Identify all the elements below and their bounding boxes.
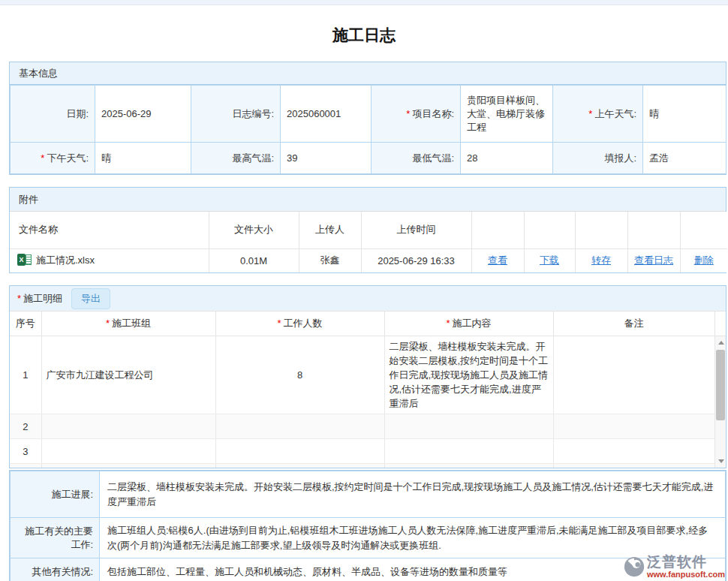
basic-info-section: 基本信息 日期: 2025-06-29 日志编号: 2025060001 *项目…: [9, 62, 726, 175]
workers-cell: [215, 439, 384, 464]
project-name-label: *项目名称:: [372, 86, 461, 143]
detail-row: 1 广安市九江建设工程公司 8 二层梁板、墙柱模板安装未完成。开始安装二层模板,…: [10, 336, 714, 414]
upload-time-cell: 2025-06-29 16:33: [361, 248, 471, 272]
scrollbar-thumb[interactable]: [716, 350, 725, 420]
content-cell: [384, 414, 553, 439]
max-temp-value: 39: [281, 143, 372, 174]
file-name-cell: X施工情况.xlsx: [10, 248, 209, 272]
afternoon-weather-label: *下午天气:: [11, 143, 95, 174]
workers-cell: [215, 414, 384, 439]
delete-link[interactable]: 删除: [694, 254, 714, 266]
min-temp-label: 最低气温:: [372, 143, 461, 174]
scrollbar-down-icon[interactable]: [718, 459, 724, 463]
workers-cell: [215, 464, 384, 468]
detail-row: 3: [10, 439, 714, 464]
top-strip: [0, 0, 728, 5]
detail-section: *施工明细 导出 序号 *施工班组 *工作人数 *施工内容 备注: [9, 285, 726, 468]
transfer-link[interactable]: 转存: [591, 254, 611, 266]
team-cell: 广安市九江建设工程公司: [41, 336, 215, 414]
morning-weather-value: 晴: [643, 86, 726, 143]
col-uploader: 上传人: [299, 212, 361, 248]
progress-value: 二层梁板、墙柱模板安装未完成。开始安装二层模板,按约定时间是十个工作日完成,现按…: [100, 471, 726, 518]
other-info-label: 其他有关情况:: [11, 558, 100, 581]
date-value: 2025-06-29: [95, 86, 191, 143]
morning-weather-label: *上午天气:: [553, 86, 643, 143]
view-log-link[interactable]: 查看日志: [634, 254, 673, 266]
fanpu-logo-icon: [623, 555, 645, 578]
remark-cell: [553, 336, 714, 414]
team-cell: [41, 464, 215, 468]
col-action-1: [471, 212, 524, 248]
scrollbar-up-icon[interactable]: [718, 341, 724, 345]
afternoon-weather-value: 晴: [95, 143, 191, 174]
main-work-value: 施工班组人员:铝模6人.(由进场到目前为止,铝模班组木工班进场施工人员人数无法保…: [100, 518, 726, 558]
main-work-label: 施工有关的主要工作:: [11, 518, 100, 558]
row-number-cell: 4: [10, 464, 41, 468]
col-action-5: [680, 212, 727, 248]
progress-label: 施工进展:: [11, 471, 100, 518]
col-row-number: 序号: [10, 312, 41, 336]
basic-info-section-header: 基本信息: [10, 62, 726, 85]
row-number-cell: 2: [10, 414, 41, 439]
brand-watermark: 泛普软件 www.fanpusoft.com: [623, 555, 725, 579]
team-cell: [41, 439, 215, 464]
log-number-label: 日志编号:: [191, 86, 281, 143]
required-marker: *: [41, 152, 44, 164]
content-cell: [384, 439, 553, 464]
remark-cell: [553, 439, 714, 464]
log-number-value: 2025060001: [281, 86, 372, 143]
basic-info-table: 日期: 2025-06-29 日志编号: 2025060001 *项目名称: 贵…: [10, 85, 726, 174]
detail-header-table: 序号 *施工班组 *工作人数 *施工内容 备注: [10, 311, 726, 336]
required-marker: *: [446, 318, 450, 329]
col-file-size: 文件大小: [209, 212, 299, 248]
detail-body: 1 广安市九江建设工程公司 8 二层梁板、墙柱模板安装未完成。开始安装二层模板,…: [10, 336, 726, 468]
vertical-scrollbar[interactable]: [714, 336, 726, 468]
reporter-value: 孟浩: [643, 143, 726, 174]
detail-section-title: *施工明细: [17, 292, 62, 306]
row-number-cell: 1: [10, 336, 41, 414]
col-scroll-gutter: [714, 312, 726, 336]
project-name-value: 贵阳项目样板间、大堂、电梯厅装修工程: [461, 86, 553, 143]
construction-log-page: 施工日志 基本信息 日期: 2025-06-29 日志编号: 202506000…: [0, 0, 728, 581]
required-marker: *: [406, 108, 410, 119]
detail-row: 2: [10, 414, 714, 439]
summary-row: 其他有关情况: 包括施工部位、工程量、施工人员和机械动态、原材料、半成品、设备等…: [11, 558, 726, 581]
col-content: *施工内容: [384, 312, 553, 336]
summary-table: 施工进展: 二层梁板、墙柱模板安装未完成。开始安装二层模板,按约定时间是十个工作…: [10, 471, 726, 581]
workers-cell: 8: [215, 336, 384, 414]
summary-row: 施工有关的主要工作: 施工班组人员:铝模6人.(由进场到目前为止,铝模班组木工班…: [11, 518, 726, 558]
reporter-label: 填报人:: [553, 143, 643, 174]
team-cell: [41, 414, 215, 439]
export-button[interactable]: 导出: [71, 288, 110, 309]
attachment-row: X施工情况.xlsx 0.01M 张鑫 2025-06-29 16:33 查看 …: [10, 248, 727, 272]
attachments-section: 附件 文件名称 文件大小 上传人 上传时间 X施工情况.xlsx: [9, 187, 726, 273]
detail-section-header: *施工明细 导出: [10, 286, 726, 311]
content-cell: 二层梁板、墙柱模板安装未完成。开始安装二层模板,按约定时间是十个工作日完成,现按…: [384, 336, 553, 414]
col-action-2: [524, 212, 575, 248]
detail-row: 4: [10, 464, 714, 468]
page-title: 施工日志: [0, 25, 728, 46]
excel-icon: X: [17, 254, 32, 266]
attachments-section-header: 附件: [10, 188, 726, 212]
col-remark: 备注: [553, 312, 714, 336]
col-file-name: 文件名称: [10, 212, 209, 248]
content-cell: [384, 464, 553, 468]
col-upload-time: 上传时间: [361, 212, 471, 248]
col-action-4: [627, 212, 680, 248]
row-number-cell: 3: [10, 439, 41, 464]
download-link[interactable]: 下载: [540, 254, 559, 266]
required-marker: *: [588, 108, 592, 119]
file-size-cell: 0.01M: [209, 248, 299, 272]
required-marker: *: [17, 293, 21, 304]
col-action-3: [575, 212, 627, 248]
detail-body-table: 1 广安市九江建设工程公司 8 二层梁板、墙柱模板安装未完成。开始安装二层模板,…: [10, 336, 715, 468]
required-marker: *: [106, 318, 110, 329]
brand-name: 泛普软件: [647, 555, 725, 569]
summary-section: 施工进展: 二层梁板、墙柱模板安装未完成。开始安装二层模板,按约定时间是十个工作…: [9, 470, 726, 581]
attachments-table: 文件名称 文件大小 上传人 上传时间 X施工情况.xlsx 0.01M 张鑫 2…: [10, 212, 727, 272]
col-team: *施工班组: [41, 312, 215, 336]
min-temp-value: 28: [461, 143, 553, 174]
date-label: 日期:: [11, 86, 95, 143]
view-link[interactable]: 查看: [488, 254, 507, 266]
remark-cell: [553, 414, 714, 439]
